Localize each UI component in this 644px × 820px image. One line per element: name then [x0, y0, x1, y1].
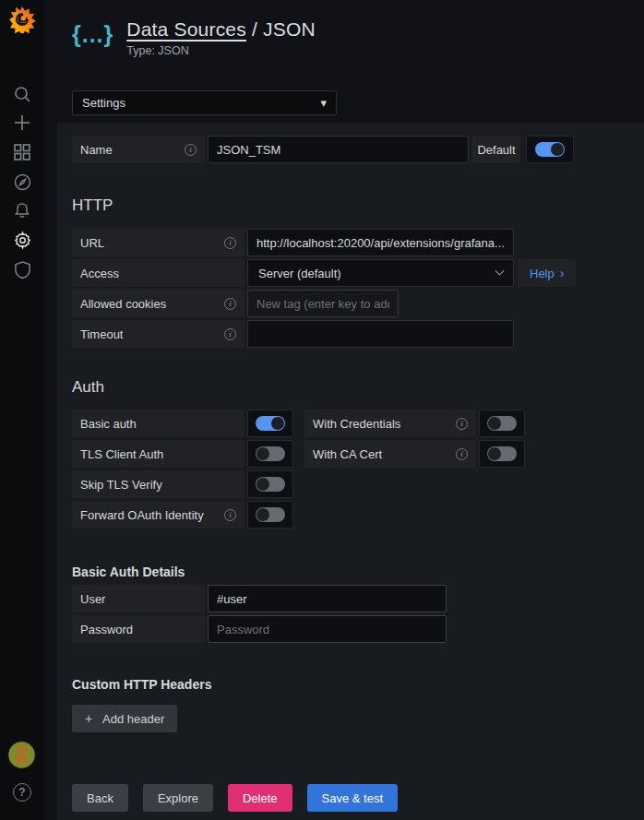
auth-row-4: Forward OAuth Identity [72, 501, 644, 529]
password-label: Password [72, 615, 205, 643]
access-select-value: Server (default) [258, 267, 341, 280]
url-label: URL [72, 229, 244, 256]
url-row: URL [72, 229, 644, 256]
timeout-label: Timeout [72, 320, 244, 348]
user-row: User [72, 585, 644, 612]
info-icon[interactable] [185, 144, 197, 156]
add-header-button[interactable]: Add header [72, 705, 177, 732]
configuration-gear-icon[interactable] [0, 225, 44, 255]
default-toggle[interactable] [526, 136, 574, 163]
with-ca-cert-label: With CA Cert [304, 440, 476, 468]
settings-panel: Name Default HTTP URL Access Server (def… [57, 123, 644, 820]
custom-headers-heading: Custom HTTP Headers [72, 677, 644, 692]
http-section-heading: HTTP [72, 196, 644, 215]
access-select[interactable]: Server (default) [247, 259, 514, 287]
chevron-down-icon [495, 266, 505, 275]
action-buttons: Back Explore Delete Save & test [72, 784, 644, 812]
password-input[interactable] [208, 615, 447, 643]
access-label: Access [72, 259, 244, 287]
explore-compass-icon[interactable] [0, 167, 44, 196]
sidebar [0, 0, 44, 820]
password-row: Password [72, 615, 644, 643]
info-icon[interactable] [224, 298, 236, 310]
timeout-row: Timeout [72, 320, 644, 348]
info-icon[interactable] [224, 328, 236, 340]
breadcrumb-datasources-link[interactable]: Data Sources [126, 18, 246, 40]
settings-tab-select[interactable]: Settings [72, 90, 337, 115]
with-credentials-toggle[interactable] [479, 410, 525, 437]
name-label: Name [72, 136, 205, 163]
server-admin-shield-icon[interactable] [0, 255, 44, 284]
access-help-button[interactable]: Help [518, 259, 576, 287]
tls-client-auth-label: TLS Client Auth [72, 440, 244, 468]
tls-client-auth-toggle[interactable] [247, 440, 293, 468]
allowed-cookies-input[interactable] [247, 290, 399, 317]
back-button[interactable]: Back [72, 784, 128, 812]
name-row: Name Default [72, 136, 644, 163]
grafana-logo-icon[interactable] [8, 6, 36, 33]
name-input[interactable] [208, 136, 469, 163]
breadcrumb-separator: / [246, 18, 263, 40]
datasource-type-icon: {...} [72, 18, 113, 50]
user-avatar[interactable] [7, 741, 36, 769]
explore-button[interactable]: Explore [143, 784, 213, 812]
page: {...} Data Sources / JSON Type: JSON Set… [44, 0, 644, 820]
skip-tls-verify-toggle[interactable] [247, 470, 293, 498]
page-header: {...} Data Sources / JSON Type: JSON [44, 0, 644, 57]
info-icon[interactable] [456, 418, 468, 430]
basic-auth-label: Basic auth [72, 410, 244, 437]
with-ca-cert-toggle[interactable] [479, 440, 525, 468]
allowed-cookies-row: Allowed cookies [72, 290, 644, 317]
help-question-icon[interactable] [0, 778, 44, 807]
alerting-bell-icon[interactable] [0, 196, 44, 225]
default-label: Default [472, 136, 520, 163]
datasource-type-subtitle: Type: JSON [126, 44, 316, 57]
search-icon[interactable] [0, 79, 44, 109]
create-plus-icon[interactable] [0, 108, 44, 137]
basic-auth-details-heading: Basic Auth Details [72, 564, 644, 579]
forward-oauth-label: Forward OAuth Identity [72, 501, 244, 529]
basic-auth-toggle[interactable] [247, 410, 293, 437]
info-icon[interactable] [224, 509, 236, 521]
url-input[interactable] [247, 229, 514, 256]
caret-down-icon [320, 96, 327, 110]
with-credentials-label: With Credentials [304, 410, 476, 437]
timeout-input[interactable] [247, 320, 514, 348]
save-test-button[interactable]: Save & test [307, 784, 398, 812]
auth-row-2: TLS Client Auth With CA Cert [72, 440, 644, 468]
forward-oauth-toggle[interactable] [247, 501, 293, 529]
info-icon[interactable] [224, 237, 236, 249]
user-input[interactable] [208, 585, 447, 612]
access-row: Access Server (default) Help [72, 259, 644, 287]
skip-tls-verify-label: Skip TLS Verify [72, 470, 244, 498]
info-icon[interactable] [456, 448, 468, 460]
page-title: Data Sources / JSON [126, 18, 316, 41]
settings-tab-label: Settings [82, 96, 125, 110]
auth-row-1: Basic auth With Credentials [72, 410, 644, 437]
dashboards-grid-icon[interactable] [0, 137, 44, 167]
auth-section-heading: Auth [72, 378, 644, 397]
delete-button[interactable]: Delete [228, 784, 292, 812]
user-label: User [72, 585, 205, 612]
breadcrumb-current: JSON [263, 18, 316, 40]
auth-row-3: Skip TLS Verify [72, 470, 644, 498]
allowed-cookies-label: Allowed cookies [72, 290, 244, 317]
